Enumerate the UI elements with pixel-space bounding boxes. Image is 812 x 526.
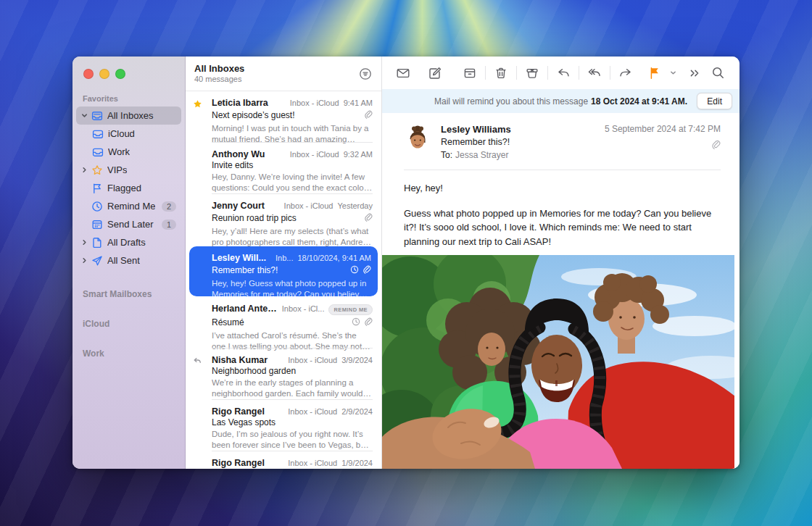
body-paragraph: Guess what photo popped up in Memories f…: [404, 206, 718, 249]
message-row[interactable]: Rigo Rangel Inbox - iCloud 1/9/2024: [186, 451, 381, 466]
sidebar-item-vips[interactable]: VIPs: [76, 161, 181, 179]
paperclip-icon: [364, 316, 373, 329]
message-rows: Leticia Ibarra Inbox - iCloud 9:41 AM Ne…: [186, 91, 381, 469]
smart-mailboxes-section-label[interactable]: Smart Mailboxes: [83, 289, 185, 299]
zoom-window-button[interactable]: [115, 69, 125, 79]
sidebar-item-remind-me[interactable]: Remind Me 2: [76, 197, 181, 215]
sidebar-item-label: Remind Me: [107, 201, 155, 212]
count-badge: 1: [162, 220, 176, 230]
message-date: 2/9/2024: [341, 407, 373, 416]
message-date: 3/9/2024: [341, 356, 373, 364]
toolbar-divider: [485, 66, 486, 80]
chevron-right-icon[interactable]: [80, 167, 89, 173]
mail-window: Favorites All Inboxes iCloud Work VIPs: [72, 57, 740, 469]
remind-me-badge: REMIND ME: [328, 304, 373, 315]
chevron-right-icon[interactable]: [80, 257, 89, 264]
clock-icon: [352, 316, 360, 329]
star-icon: [89, 164, 104, 176]
reminder-text: Mail will remind you about this message: [434, 96, 588, 107]
inbox-tray-icon: [90, 146, 105, 158]
message-preview: We’re in the early stages of planning a …: [212, 377, 373, 400]
sidebar-item-send-later[interactable]: Send Later 1: [76, 215, 181, 233]
desktop-wallpaper: Favorites All Inboxes iCloud Work VIPs: [0, 0, 812, 526]
favorites-section-label: Favorites: [83, 94, 185, 103]
message-preview: Hey, Danny. We’re loving the invite! A f…: [212, 172, 373, 194]
message-subject: Remember this?!: [212, 265, 350, 275]
reminder-datetime: 18 Oct 2024 at 9:41 AM.: [591, 96, 687, 107]
clock-icon: [350, 264, 359, 277]
get-mail-button[interactable]: [392, 63, 415, 83]
reply-button[interactable]: [552, 63, 575, 83]
forward-button[interactable]: [614, 63, 637, 83]
message-row[interactable]: Jenny Court Inbox - iCloud Yesterday Reu…: [186, 194, 381, 246]
sidebar-item-flagged[interactable]: Flagged: [76, 179, 181, 197]
trash-button[interactable]: [489, 63, 513, 83]
reading-pane: Mail will remind you about this message …: [382, 57, 740, 469]
message-date: 5 September 2024 at 7:42 PM: [605, 124, 721, 134]
message-row[interactable]: Leticia Ibarra Inbox - iCloud 9:41 AM Ne…: [186, 91, 381, 143]
edit-reminder-button[interactable]: Edit: [697, 93, 732, 109]
compose-button[interactable]: [423, 63, 447, 83]
chevron-down-icon[interactable]: [80, 112, 89, 119]
message-list-header: All Inboxes 40 messages: [186, 57, 381, 91]
sidebar-item-icloud-inbox[interactable]: iCloud: [86, 125, 181, 143]
sidebar-item-work-inbox[interactable]: Work: [86, 143, 181, 161]
reply-all-button[interactable]: [583, 63, 606, 83]
window-controls: [72, 57, 185, 79]
inbox-stack-icon: [89, 110, 104, 122]
close-window-button[interactable]: [83, 69, 94, 79]
sidebar-item-label: Flagged: [107, 183, 141, 193]
icloud-section-label[interactable]: iCloud: [83, 319, 185, 329]
photo-attachment[interactable]: [382, 255, 734, 469]
sidebar-item-label: All Drafts: [107, 237, 146, 248]
photo-three-friends-selfie: [382, 255, 734, 469]
flag-menu-chevron-icon[interactable]: [666, 63, 679, 83]
minimize-window-button[interactable]: [99, 69, 109, 79]
message-date: Yesterday: [337, 201, 373, 210]
message-row[interactable]: Herland Antezana Inbox - iCl... REMIND M…: [186, 297, 381, 348]
message-mailbox: Inbox - iCloud: [290, 99, 339, 107]
sender-avatar[interactable]: [404, 124, 431, 151]
message-sender-name: Lesley Williams: [441, 124, 605, 135]
to-label: To:: [441, 150, 452, 160]
archive-button[interactable]: [458, 63, 481, 83]
message-row[interactable]: Nisha Kumar Inbox - iCloud 3/9/2024 Neig…: [186, 348, 381, 400]
search-button[interactable]: [706, 63, 729, 83]
paperclip-icon: [362, 264, 371, 277]
toolbar-divider: [579, 66, 579, 80]
sidebar-item-label: Send Later: [107, 219, 154, 230]
message-sender: Nisha Kumar: [212, 355, 283, 365]
message-row[interactable]: Rigo Rangel Inbox - iCloud 2/9/2024 Las …: [186, 400, 381, 451]
message-mailbox: Inbox - iCloud: [284, 201, 334, 210]
message-row[interactable]: Anthony Wu Inbox - iCloud 9:32 AM Invite…: [186, 143, 381, 194]
message-preview: Hey, y’all! Here are my selects (that’s …: [212, 226, 373, 249]
message-subject: Next episode’s guest!: [212, 110, 364, 120]
message-list-column: All Inboxes 40 messages Leticia Ibarra I…: [186, 57, 382, 469]
paperclip-icon: [364, 212, 373, 225]
reminder-banner: Mail will remind you about this message …: [382, 89, 740, 113]
recipient-name[interactable]: Jessa Strayer: [455, 150, 508, 160]
sidebar-item-label: iCloud: [108, 128, 135, 139]
message-mailbox: Inbox - iCloud: [288, 356, 337, 364]
chevron-right-icon[interactable]: [80, 239, 89, 246]
more-toolbar-items-button[interactable]: [683, 63, 706, 83]
junk-button[interactable]: [521, 63, 544, 83]
message-date: 18/10/2024, 9:41 AM: [297, 254, 371, 262]
message-subject-line: Remember this?!: [441, 137, 605, 147]
message-subject: Reunion road trip pics: [212, 213, 364, 223]
message-count: 40 messages: [194, 75, 244, 84]
sidebar-item-all-drafts[interactable]: All Drafts: [76, 233, 181, 251]
flag-button[interactable]: [643, 63, 666, 83]
calendar-icon: [89, 219, 104, 230]
sidebar: Favorites All Inboxes iCloud Work VIPs: [72, 57, 186, 469]
sidebar-item-all-sent[interactable]: All Sent: [76, 251, 181, 270]
work-section-label[interactable]: Work: [83, 348, 185, 359]
paperclip-icon: [364, 109, 373, 122]
toolbar-divider: [516, 66, 517, 80]
message-row-selected[interactable]: Lesley Will... Inb... 18/10/2024, 9:41 A…: [189, 246, 378, 296]
message-mailbox: Inbox - iCloud: [288, 459, 337, 467]
sidebar-item-all-inboxes[interactable]: All Inboxes: [76, 107, 181, 125]
filter-button[interactable]: [359, 67, 372, 80]
message-mailbox: Inbox - iCloud: [288, 407, 337, 416]
message-subject: Invite edits: [212, 160, 373, 170]
